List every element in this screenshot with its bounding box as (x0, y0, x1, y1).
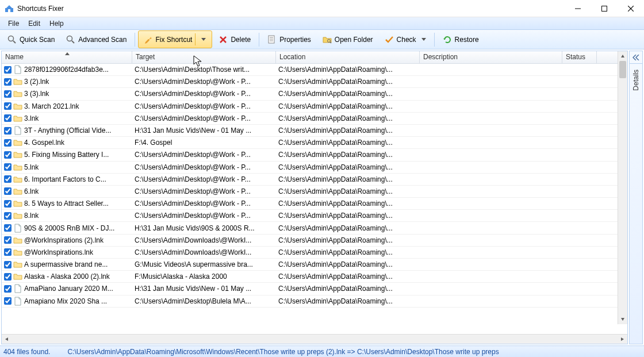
table-row[interactable]: A supermassive brand ne...G:\Music Video… (2, 259, 627, 271)
table-row[interactable]: 8.lnkC:\Users\Admin\Desktop\@Work - P...… (2, 210, 627, 222)
col-description[interactable]: Description (420, 51, 562, 63)
status-count: 404 files found. (3, 348, 50, 356)
row-checkbox[interactable] (4, 297, 12, 305)
table-row[interactable]: 2878f0129906f2d4dfab3e...C:\Users\Admin\… (2, 64, 627, 76)
cell-name: 3. March 2021.lnk (24, 102, 79, 110)
folder-icon (13, 102, 22, 111)
status-bar: 404 files found. C:\Users\Admin\AppData\… (0, 346, 644, 357)
scroll-thumb[interactable] (619, 61, 626, 78)
fix-shortcut-dropdown[interactable] (195, 33, 209, 45)
menu-file[interactable]: File (3, 18, 24, 29)
table-row[interactable]: Amapiano Mix 2020 Sha ...C:\Users\Admin\… (2, 295, 627, 308)
table-row[interactable]: @WorkInspirations.lnkC:\Users\Admin\Down… (2, 247, 627, 259)
minimize-button[interactable] (565, 0, 591, 17)
scroll-down-icon[interactable] (618, 314, 627, 324)
menu-help[interactable]: Help (45, 18, 68, 29)
row-checkbox[interactable] (4, 102, 12, 110)
row-checkbox[interactable] (4, 163, 12, 171)
collapse-panel-button[interactable] (630, 51, 642, 64)
cell-target: H:\31 Jan Music Vids\90S & 2000S R... (132, 224, 276, 232)
status-path: C:\Users\Admin\AppData\Roaming\Microsoft… (67, 348, 499, 356)
cell-location: C:\Users\Admin\AppData\Roaming\... (276, 199, 420, 208)
properties-button[interactable]: Properties (262, 32, 316, 47)
cell-name: 3T - Anything (Official Vide... (24, 126, 111, 135)
table-row[interactable]: 90S & 2000S RnB MIX - DJ...H:\31 Jan Mus… (2, 222, 627, 234)
row-checkbox[interactable] (4, 261, 12, 268)
row-checkbox[interactable] (4, 127, 12, 135)
check-dropdown[interactable] (421, 38, 426, 41)
row-checkbox[interactable] (4, 285, 12, 293)
table-row[interactable]: 6.lnkC:\Users\Admin\Desktop\@Work - P...… (2, 186, 627, 198)
cell-location: C:\Users\Admin\AppData\Roaming\... (276, 175, 420, 183)
row-checkbox[interactable] (4, 151, 12, 159)
table-row[interactable]: 3 (3).lnkC:\Users\Admin\Desktop\@Work - … (2, 88, 627, 100)
cell-target: C:\Users\Admin\Desktop\@Work - P... (132, 163, 276, 171)
close-button[interactable] (618, 0, 644, 17)
row-checkbox[interactable] (4, 66, 12, 74)
file-icon (13, 224, 22, 233)
open-folder-label: Open Folder (335, 36, 373, 44)
menu-edit[interactable]: Edit (24, 18, 45, 29)
folder-icon (13, 260, 22, 269)
magnifier-icon (66, 35, 75, 44)
cell-name: 3 (3).lnk (24, 90, 49, 98)
row-checkbox[interactable] (4, 200, 12, 208)
col-status[interactable]: Status (562, 51, 597, 63)
cell-location: C:\Users\Admin\AppData\Roaming\... (276, 78, 420, 86)
delete-button[interactable]: Delete (213, 32, 256, 47)
restore-button[interactable]: Restore (438, 32, 484, 47)
scroll-up-icon[interactable] (618, 51, 627, 61)
scroll-left-icon[interactable] (2, 337, 12, 341)
row-checkbox[interactable] (4, 248, 12, 256)
folder-icon (13, 248, 22, 257)
wrench-icon (143, 35, 152, 44)
table-row[interactable]: AmaPiano January 2020 M...H:\31 Jan Musi… (2, 283, 627, 295)
row-checkbox[interactable] (4, 212, 12, 220)
row-checkbox[interactable] (4, 175, 12, 183)
cell-name: 2878f0129906f2d4dfab3e... (24, 66, 109, 74)
row-checkbox[interactable] (4, 90, 12, 98)
fix-shortcut-button[interactable]: Fix Shortcut (138, 30, 212, 48)
row-checkbox[interactable] (4, 139, 12, 147)
col-target[interactable]: Target (132, 51, 276, 63)
row-checkbox[interactable] (4, 114, 12, 122)
table-row[interactable]: @WorkInspirations (2).lnkC:\Users\Admin\… (2, 235, 627, 247)
table-row[interactable]: 8. 5 Ways to Attract Seller...C:\Users\A… (2, 198, 627, 210)
cell-target: F:\Music\Alaska - Alaska 2000 (132, 272, 276, 281)
check-button[interactable]: Check (379, 32, 431, 47)
table-row[interactable]: Alaska - Alaska 2000 (2).lnkF:\Music\Ala… (2, 271, 627, 283)
table-row[interactable]: 3 (2).lnkC:\Users\Admin\Desktop\@Work - … (2, 76, 627, 88)
col-location[interactable]: Location (276, 51, 420, 63)
details-label[interactable]: Details (632, 70, 640, 91)
cell-name: 8. 5 Ways to Attract Seller... (24, 199, 109, 208)
folder-icon (13, 272, 22, 281)
advanced-scan-button[interactable]: Advanced Scan (61, 32, 132, 47)
table-row[interactable]: 3. March 2021.lnkC:\Users\Admin\Desktop\… (2, 101, 627, 113)
quick-scan-button[interactable]: Quick Scan (2, 32, 60, 47)
table-row[interactable]: 3.lnkC:\Users\Admin\Desktop\@Work - P...… (2, 113, 627, 125)
restore-icon (443, 35, 452, 44)
table-row[interactable]: 4. Gospel.lnkF:\4. GospelC:\Users\Admin\… (2, 137, 627, 149)
cell-location: C:\Users\Admin\AppData\Roaming\... (276, 90, 420, 98)
vertical-scrollbar[interactable] (618, 51, 627, 324)
table-row[interactable]: 6. Important Factors to C...C:\Users\Adm… (2, 174, 627, 186)
cell-name: AmaPiano January 2020 M... (24, 285, 113, 293)
open-folder-button[interactable]: Open Folder (317, 32, 378, 47)
row-checkbox[interactable] (4, 224, 12, 232)
table-row[interactable]: 3T - Anything (Official Vide...H:\31 Jan… (2, 125, 627, 137)
table-row[interactable]: 5.lnkC:\Users\Admin\Desktop\@Work - P...… (2, 162, 627, 174)
cell-target: C:\Users\Admin\Downloads\@WorkI... (132, 236, 276, 244)
cell-target: C:\Users\Admin\Desktop\@Work - P... (132, 78, 276, 86)
row-checkbox[interactable] (4, 273, 12, 281)
cell-target: C:\Users\Admin\Desktop\@Work - P... (132, 114, 276, 122)
horizontal-scrollbar[interactable] (2, 334, 627, 344)
row-checkbox[interactable] (4, 236, 12, 244)
title-bar: Shortcuts Fixer (0, 0, 644, 17)
check-icon (385, 35, 394, 44)
table-row[interactable]: 5. Fixing Missing Battery I...C:\Users\A… (2, 149, 627, 161)
cell-name: 4. Gospel.lnk (24, 139, 64, 147)
row-checkbox[interactable] (4, 78, 12, 86)
row-checkbox[interactable] (4, 187, 12, 195)
scroll-right-icon[interactable] (618, 337, 627, 341)
maximize-button[interactable] (591, 0, 618, 17)
